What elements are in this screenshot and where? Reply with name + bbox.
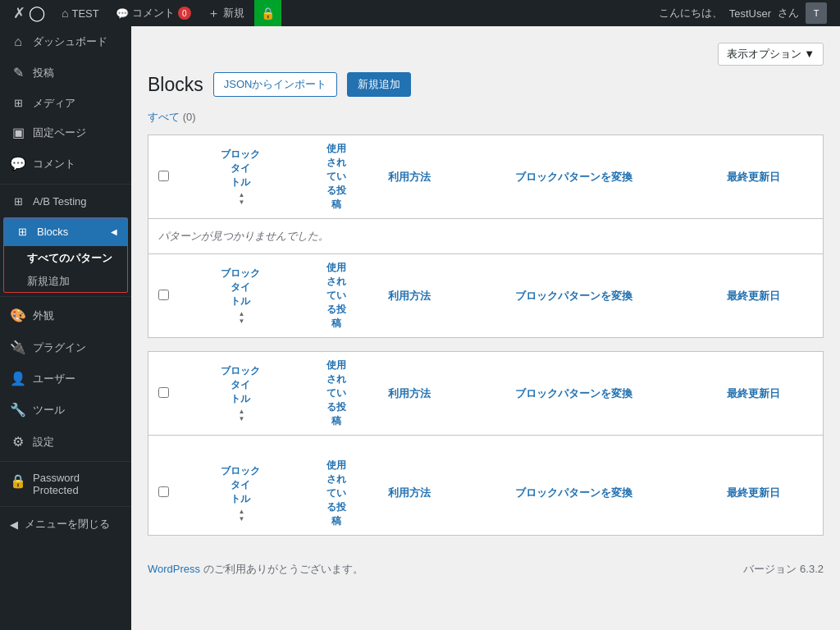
table1-header-row: ブロック タイ トル ▲▼ 使用されている投稿 利用方法 <box>148 135 824 219</box>
col-date-footer-2: 最終更新日 <box>717 452 823 536</box>
sidebar-item-users-label: ユーザー <box>33 372 75 386</box>
col-how-footer-2: 利用方法 <box>378 452 505 536</box>
col-title-footer-label-2: ブロック <box>221 464 260 478</box>
select-all-checkbox-footer-1[interactable] <box>158 290 169 300</box>
select-all-checkbox-2[interactable] <box>158 387 169 398</box>
users-icon: 👤 <box>10 370 26 388</box>
sidebar-item-comments[interactable]: 💬 コメント <box>0 148 131 180</box>
footer-thanks: WordPress のご利用ありがとうございます。 <box>148 562 363 577</box>
col-title-footer-2[interactable]: ブロック タイ トル ▲▼ <box>188 452 294 536</box>
col-checkbox-footer-1[interactable] <box>148 254 188 338</box>
page-title: Blocks <box>148 74 203 96</box>
avatar[interactable]: T <box>806 2 827 24</box>
site-name-link[interactable]: ⌂ TEST <box>55 0 106 26</box>
sidebar-item-add-new[interactable]: 新規追加 <box>4 271 127 292</box>
sidebar-item-plugins[interactable]: 🔌 プラグイン <box>0 332 131 363</box>
col-pattern-footer-2: ブロックパターンを変換 <box>505 452 717 536</box>
sort-arrows-footer: ▲▼ <box>238 310 244 325</box>
table2-wrapper: ブロック タイ トル ▲▼ 使用されている投稿 利用方法 <box>148 351 824 549</box>
blocks-table-2: ブロック タイ トル ▲▼ 使用されている投稿 利用方法 <box>148 351 824 536</box>
plus-icon: ＋ <box>208 6 220 21</box>
page-header: Blocks JSONからインポート 新規追加 <box>148 72 824 97</box>
table2-empty-cell <box>148 436 824 452</box>
comments-nav-icon: 💬 <box>10 155 26 173</box>
menu-separator-1 <box>0 184 131 185</box>
blocks-icon: ⊞ <box>14 225 30 240</box>
col-checkbox-header-1[interactable] <box>148 135 188 219</box>
sidebar-item-all-patterns[interactable]: すべてのパターン <box>4 246 127 271</box>
add-new-button[interactable]: 新規追加 <box>347 72 411 97</box>
sidebar-item-ab-testing[interactable]: ⊞ A/B Testing <box>0 188 131 216</box>
sidebar-item-pages[interactable]: ▣ 固定ページ <box>0 117 131 148</box>
col-how-header-2: 利用方法 <box>378 352 505 436</box>
col-title-label-2c: トル <box>231 392 250 406</box>
filter-all-link[interactable]: すべて <box>148 111 183 123</box>
col-used-footer-1: 使用されている投稿 <box>294 254 378 338</box>
filter-bar: すべて (0) <box>148 110 824 125</box>
wordpress-link[interactable]: WordPress <box>148 563 203 575</box>
adminbar-left: ✗ ◯ ⌂ TEST 💬 コメント 0 ＋ 新規 🔒 <box>7 0 659 26</box>
site-name: TEST <box>71 7 98 20</box>
comment-icon: 💬 <box>116 7 129 20</box>
col-title-footer-1[interactable]: ブロック タイ トル ▲▼ <box>188 254 294 338</box>
sidebar-item-password-protected[interactable]: 🔒 Password Protected <box>0 465 131 503</box>
sidebar-item-media[interactable]: ⊞ メディア <box>0 89 131 117</box>
col-used-footer-2: 使用されている投稿 <box>294 452 378 536</box>
menu-separator-3 <box>0 461 131 462</box>
col-title-footer-label-2c: トル <box>231 492 250 506</box>
sidebar-item-users[interactable]: 👤 ユーザー <box>0 363 131 395</box>
select-all-checkbox-1[interactable] <box>158 171 169 181</box>
wp-logo[interactable]: ✗ ◯ <box>7 0 52 26</box>
col-title-label-1: ブロック <box>221 148 260 162</box>
col-title-header-1[interactable]: ブロック タイ トル ▲▼ <box>188 135 294 219</box>
col-title-header-2[interactable]: ブロック タイ トル ▲▼ <box>188 352 294 436</box>
comments-link[interactable]: 💬 コメント 0 <box>109 0 198 26</box>
import-button[interactable]: JSONからインポート <box>213 72 338 97</box>
col-how-footer-1: 利用方法 <box>378 254 505 338</box>
select-all-checkbox-footer-2[interactable] <box>158 486 169 497</box>
comment-count: 0 <box>178 7 191 20</box>
screen-options-button[interactable]: 表示オプション ▼ <box>718 43 824 66</box>
col-used-header-1: 使用されている投稿 <box>294 135 378 219</box>
wp-footer: WordPress のご利用ありがとうございます。 バージョン 6.3.2 <box>148 549 824 583</box>
sidebar-item-blocks[interactable]: ⊞ Blocks ◀ <box>4 218 127 246</box>
posts-icon: ✎ <box>10 64 26 82</box>
col-checkbox-header-2[interactable] <box>148 352 188 436</box>
media-icon: ⊞ <box>10 96 26 111</box>
sidebar-item-settings[interactable]: ⚙ 設定 <box>0 427 131 458</box>
col-pattern-header-2: ブロックパターンを変換 <box>505 352 717 436</box>
col-title-label-2: ブロック <box>221 364 260 378</box>
password-icon: 🔒 <box>10 473 26 489</box>
col-checkbox-footer-2[interactable] <box>148 452 188 536</box>
sidebar-item-dashboard[interactable]: ⌂ ダッシュボード <box>0 26 131 57</box>
new-label: 新規 <box>223 6 244 21</box>
add-new-label: 新規追加 <box>27 275 70 287</box>
tools-icon: 🔧 <box>10 401 26 419</box>
screen-options-label: 表示オプション ▼ <box>727 47 815 62</box>
import-button-label: JSONからインポート <box>224 78 327 90</box>
username-text: TestUser <box>729 7 771 20</box>
table2-footer-row: ブロック タイ トル ▲▼ 使用されている投稿 利用方法 <box>148 452 824 536</box>
lock-button[interactable]: 🔒 <box>254 0 281 26</box>
sidebar-item-comments-label: コメント <box>33 157 75 171</box>
main-content: 表示オプション ▼ Blocks JSONからインポート 新規追加 すべて (0… <box>131 26 840 630</box>
blocks-submenu-section: ⊞ Blocks ◀ すべてのパターン 新規追加 <box>3 217 128 293</box>
dashboard-icon: ⌂ <box>10 33 26 51</box>
col-how-header-1: 利用方法 <box>378 135 505 219</box>
wp-wrap: ⌂ ダッシュボード ✎ 投稿 ⊞ メディア ▣ 固定ページ 💬 コメント ⊞ A… <box>0 0 840 630</box>
close-menu-label: メニューを閉じる <box>25 517 110 532</box>
sidebar-item-posts[interactable]: ✎ 投稿 <box>0 57 131 89</box>
new-content-link[interactable]: ＋ 新規 <box>201 0 251 26</box>
sidebar-item-tools[interactable]: 🔧 ツール <box>0 395 131 426</box>
sidebar-item-ab-testing-label: A/B Testing <box>33 194 87 209</box>
col-title-label-1b: タイ <box>231 162 250 176</box>
footer-thanks-text: のご利用ありがとうございます。 <box>203 563 363 575</box>
sidebar-item-appearance[interactable]: 🎨 外観 <box>0 300 131 331</box>
col-pattern-footer-1: ブロックパターンを変換 <box>505 254 717 338</box>
adminbar-right: こんにちは、 TestUser さん T <box>659 2 833 24</box>
sidebar-item-media-label: メディア <box>33 96 75 111</box>
close-menu-button[interactable]: ◀ メニューを閉じる <box>0 510 131 538</box>
close-menu-icon: ◀ <box>10 518 18 531</box>
sidebar-item-dashboard-label: ダッシュボード <box>33 34 107 49</box>
settings-icon: ⚙ <box>10 433 26 451</box>
